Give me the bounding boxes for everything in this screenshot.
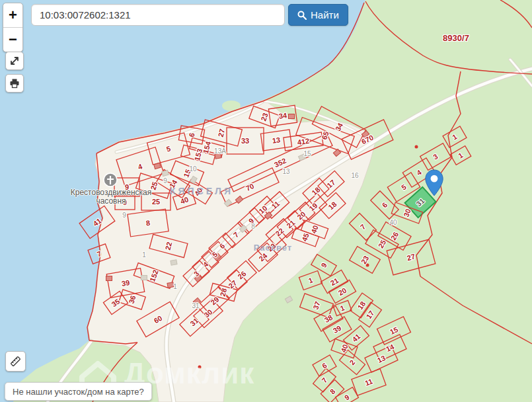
printer-icon bbox=[9, 78, 20, 89]
measure-button[interactable] bbox=[5, 351, 26, 372]
ruler-icon bbox=[9, 355, 22, 368]
building-footprint bbox=[167, 282, 174, 288]
boundary-dot bbox=[198, 366, 202, 369]
expand-icon bbox=[9, 56, 20, 66]
chapel-icon bbox=[104, 173, 117, 186]
building-footprint bbox=[171, 260, 177, 265]
map-terrain bbox=[0, 0, 532, 402]
print-button[interactable] bbox=[5, 74, 24, 93]
find-button[interactable]: Найти bbox=[288, 4, 348, 26]
zoom-out-button[interactable]: − bbox=[3, 27, 22, 52]
building-footprint bbox=[215, 153, 221, 159]
building-footprint bbox=[106, 276, 112, 281]
search-input[interactable] bbox=[31, 4, 285, 26]
building-footprint bbox=[289, 114, 295, 119]
search-icon bbox=[297, 11, 307, 20]
zoom-control: + − bbox=[3, 3, 23, 52]
zoom-in-button[interactable]: + bbox=[3, 3, 22, 27]
boundary-dot bbox=[366, 264, 369, 267]
not-found-label: Не нашли участок/дом на карте? bbox=[13, 387, 144, 397]
find-button-label: Найти bbox=[311, 9, 339, 20]
fullscreen-button[interactable] bbox=[5, 52, 24, 70]
map-marker-pin[interactable] bbox=[424, 169, 444, 196]
not-found-help[interactable]: Не нашли участок/дом на карте? bbox=[5, 382, 152, 401]
boundary-dot bbox=[415, 145, 418, 149]
building-footprint bbox=[141, 276, 147, 280]
map-canvas[interactable]: 8930/75615415327233433134126534670352425… bbox=[0, 0, 532, 402]
search-bar: Найти bbox=[31, 4, 348, 26]
